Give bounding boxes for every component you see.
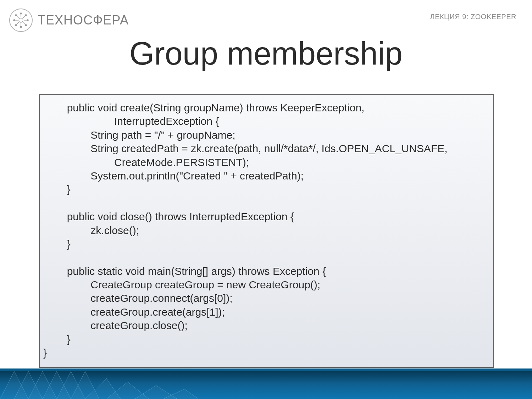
brand-logo-icon: [9, 9, 33, 32]
svg-point-13: [15, 15, 17, 16]
svg-point-12: [27, 20, 28, 21]
svg-point-9: [20, 13, 22, 14]
svg-point-15: [25, 15, 27, 16]
svg-point-14: [25, 24, 27, 26]
footer-bar: [0, 371, 532, 399]
brand-block: ТЕХНОСФЕРА: [9, 9, 129, 32]
slide: ТЕХНОСФЕРА ЛЕКЦИЯ 9: ZOOKEEPER Group mem…: [0, 0, 532, 399]
lecture-label: ЛЕКЦИЯ 9: ZOOKEEPER: [430, 13, 517, 21]
code-block: public void create(String groupName) thr…: [39, 94, 494, 368]
svg-point-0: [19, 18, 23, 22]
footer-pattern-icon: [0, 371, 199, 399]
slide-title: Group membership: [0, 35, 532, 72]
svg-point-16: [15, 24, 17, 26]
brand-name: ТЕХНОСФЕРА: [38, 13, 129, 28]
svg-point-11: [13, 20, 15, 21]
svg-point-10: [20, 26, 22, 28]
